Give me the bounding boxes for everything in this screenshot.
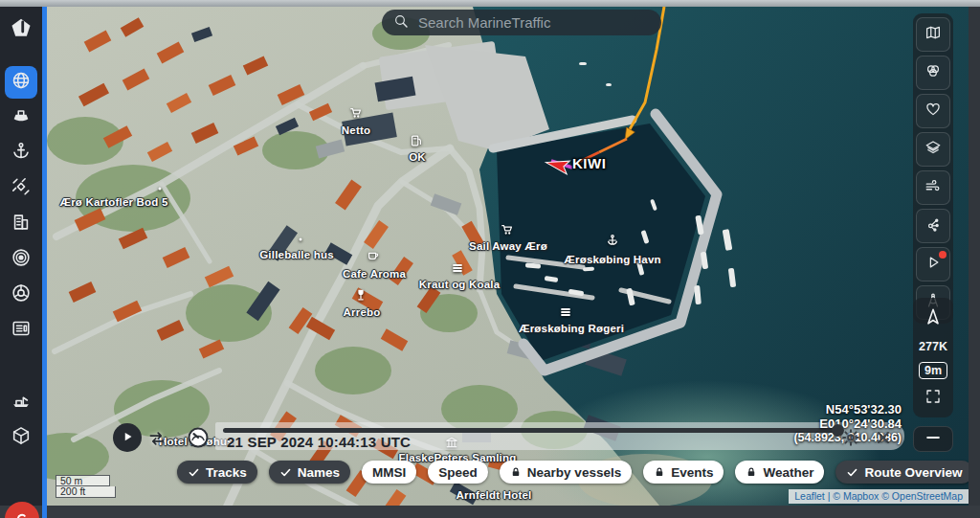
toggle-mmsi[interactable]: MMSI xyxy=(362,461,416,484)
sidebar-item-news[interactable] xyxy=(5,314,37,347)
anchor-icon xyxy=(11,141,32,166)
map-tool-heart-button[interactable] xyxy=(916,94,950,128)
search-input[interactable] xyxy=(416,13,650,32)
sidebar-item-ship[interactable] xyxy=(5,101,37,134)
sidebar-item-building[interactable] xyxy=(5,208,37,240)
toggle-speed[interactable]: Speed xyxy=(428,461,488,484)
toggle-label: Names xyxy=(298,465,340,480)
timeline-timestamp: 21 SEP 2024 10:44:13 UTC xyxy=(227,434,411,450)
toggle-weather[interactable]: Weather xyxy=(735,461,824,484)
search-bar[interactable] xyxy=(382,10,661,35)
sidebar-map-divider xyxy=(42,7,47,518)
window-top-edge xyxy=(0,0,980,7)
lock-icon xyxy=(510,466,522,478)
lock-icon xyxy=(746,466,757,478)
ship-icon xyxy=(11,105,32,130)
vessel-label[interactable]: KIWI xyxy=(572,155,606,171)
network-icon xyxy=(924,215,942,236)
toggle-label: Events xyxy=(671,465,713,480)
scale-imperial: 200 ft xyxy=(56,486,116,498)
zoom-out-button[interactable] xyxy=(913,426,953,452)
compare-arrows-icon[interactable] xyxy=(147,429,167,448)
search-icon xyxy=(393,13,409,33)
settings-gear-icon[interactable] xyxy=(841,428,860,447)
building-icon xyxy=(11,212,32,236)
toggle-label: Nearby vessels xyxy=(527,465,621,480)
elevation-badge: 9m xyxy=(919,362,947,379)
help-icon xyxy=(12,509,32,518)
sidebar-item-cube[interactable] xyxy=(5,421,37,454)
fullscreen-icon[interactable] xyxy=(924,388,942,409)
sidebar-item-globe[interactable] xyxy=(5,66,37,99)
timeline-track[interactable] xyxy=(223,428,837,433)
north-arrow-icon[interactable] xyxy=(923,306,944,331)
sidebar-item-mt-logo[interactable] xyxy=(5,16,37,45)
map-tool-play-button[interactable] xyxy=(916,247,950,282)
latitude-dms: N54°53'32.30 xyxy=(793,402,902,417)
toggle-nearby-vessels[interactable]: Nearby vessels xyxy=(500,461,632,484)
mt-logo-icon xyxy=(9,16,33,45)
map-tool-layers-button[interactable] xyxy=(916,132,950,167)
window-bottom-edge xyxy=(0,506,980,518)
lock-icon xyxy=(654,466,665,478)
playback-speed-icon[interactable] xyxy=(187,426,210,449)
sidebar-item-anchor[interactable] xyxy=(5,137,37,169)
toggle-label: Route Overview xyxy=(864,465,962,480)
nav-panel: 277K 9m xyxy=(913,298,953,417)
playback-play-button[interactable] xyxy=(113,423,142,452)
layer-toggles: TracksNamesMMSISpeedNearby vesselsEvents… xyxy=(177,461,969,484)
play-icon xyxy=(119,428,136,448)
check-icon xyxy=(188,466,200,479)
scale-control: 50 m 200 ft xyxy=(56,475,116,498)
toggle-label: Speed xyxy=(438,465,478,480)
notification-dot xyxy=(939,251,947,259)
toggle-label: Weather xyxy=(763,465,813,480)
check-icon xyxy=(279,466,292,479)
port-calls-icon xyxy=(11,390,32,415)
radar-icon xyxy=(11,247,32,272)
map-attribution[interactable]: Leaflet | © Mapbox © OpenStreetMap xyxy=(789,489,969,504)
map-tool-wind-button[interactable] xyxy=(916,170,950,205)
check-icon xyxy=(846,466,858,479)
close-icon[interactable] xyxy=(874,428,893,447)
heart-icon xyxy=(924,101,942,122)
views-count: 277K xyxy=(919,340,947,353)
news-icon xyxy=(11,318,32,343)
aperture-icon xyxy=(11,282,32,307)
venn-icon xyxy=(924,62,942,83)
toggle-names[interactable]: Names xyxy=(269,461,350,484)
toggle-tracks[interactable]: Tracks xyxy=(177,461,257,484)
left-sidebar xyxy=(0,7,42,506)
map-book-icon xyxy=(924,24,942,45)
layers-icon xyxy=(924,139,942,160)
map-tool-map-book-button[interactable] xyxy=(916,17,950,52)
toggle-label: MMSI xyxy=(372,465,406,480)
map-tool-venn-button[interactable] xyxy=(916,56,950,90)
sidebar-item-port-calls[interactable] xyxy=(5,386,37,418)
satellite-icon xyxy=(11,176,32,201)
wind-icon xyxy=(924,177,942,198)
minus-icon xyxy=(924,428,943,450)
toggle-label: Tracks xyxy=(206,465,247,480)
globe-icon xyxy=(11,70,32,95)
cube-icon xyxy=(11,425,32,450)
sidebar-item-radar[interactable] xyxy=(5,243,37,276)
map-canvas[interactable]: Ærø Kartofler Bod 5NettoOKGilleballe hus… xyxy=(47,7,969,506)
sidebar-item-satellite[interactable] xyxy=(5,172,37,205)
map-tools-panel xyxy=(913,13,953,324)
map-tool-network-button[interactable] xyxy=(916,209,950,243)
sidebar-item-aperture[interactable] xyxy=(5,279,37,311)
toggle-route-overview[interactable]: Route Overview xyxy=(835,461,969,484)
toggle-events[interactable]: Events xyxy=(643,461,724,484)
